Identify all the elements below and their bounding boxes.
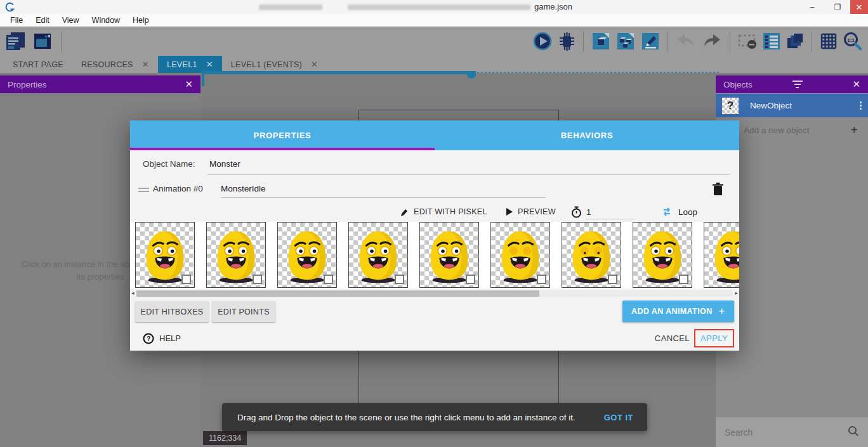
scene-scroll-indicator[interactable] [467,71,476,79]
edit-points-button[interactable]: EDIT POINTS [212,301,275,322]
export-object-icon[interactable] [591,31,611,51]
tab-start-page[interactable]: START PAGE [4,56,72,73]
menu-edit[interactable]: Edit [29,16,56,25]
monster-sprite [704,223,739,287]
edit-scene-properties-icon[interactable] [640,31,661,51]
scene-scroll-line [202,71,471,74]
title-bar: game.json – ❐ ✕ [0,0,868,14]
restore-button[interactable]: ❐ [827,0,848,14]
timer-underline [586,219,635,219]
animation-frame[interactable] [135,222,195,288]
close-tab-icon[interactable]: ✕ [142,60,149,69]
frame-checkbox[interactable] [466,275,475,284]
tab-resources[interactable]: RESOURCES ✕ [72,56,158,73]
got-it-button[interactable]: GOT IT [604,413,647,422]
animation-frame[interactable] [490,222,550,288]
help-icon: ? [143,333,154,344]
search-icon [848,425,859,439]
frames-scrollbar[interactable] [136,290,733,297]
animation-name-input[interactable]: MonsterIdle [221,184,266,193]
timer-value[interactable]: 1 [586,207,591,217]
animation-frame[interactable] [277,222,337,288]
close-panel-icon[interactable]: ✕ [185,79,193,90]
zoom-ratio-label: 1:1 [847,37,855,43]
objects-panel-title: Objects [723,80,753,89]
project-manager-icon[interactable] [4,30,27,52]
mask-disabled-icon[interactable] [737,32,758,50]
help-button[interactable]: ? HELP [143,329,181,347]
filter-icon[interactable] [792,81,803,88]
undo-icon[interactable] [675,32,697,50]
animation-frame[interactable] [419,222,479,288]
menu-view[interactable]: View [56,16,86,25]
close-tab-icon[interactable]: ✕ [311,60,318,69]
close-button[interactable]: ✕ [850,0,868,14]
time-between-frames-field[interactable]: 1 [571,205,591,219]
frame-checkbox[interactable] [181,275,191,284]
instances-list-icon[interactable] [762,32,781,51]
export-objects-icon[interactable] [615,31,636,51]
redo-icon[interactable] [701,32,723,50]
tab-properties[interactable]: PROPERTIES [130,120,435,150]
gdevelop-window: game.json – ❐ ✕ File Edit View Window He… [0,0,868,447]
toolbar-separator [667,31,668,51]
zoom-original-icon[interactable]: 1:1 [843,31,863,51]
play-icon [506,207,513,216]
play-preview-icon[interactable] [532,31,553,51]
frame-checkbox[interactable] [395,275,404,284]
close-tab-icon[interactable]: ✕ [206,60,213,69]
delete-animation-icon[interactable] [713,183,723,198]
loop-toggle[interactable]: Loop [661,205,697,219]
add-animation-button[interactable]: ADD AN ANIMATION + [622,301,734,322]
drag-handle-icon[interactable] [138,188,149,194]
preview-button[interactable]: PREVIEW [506,205,556,219]
toast-message: Drag and Drop the object to the scene or… [222,413,575,422]
active-tab-underline [130,148,435,150]
edit-with-piskel-button[interactable]: EDIT WITH PISKEL [400,205,487,219]
toolbar-separator [812,31,812,51]
menu-window[interactable]: Window [86,16,126,25]
close-panel-icon[interactable]: ✕ [852,79,860,90]
animation-frame[interactable] [704,222,739,288]
search-input[interactable]: Search [725,427,753,437]
object-list-item[interactable]: ? NewObject [716,94,868,117]
menu-file[interactable]: File [4,16,29,25]
tab-level1-events[interactable]: LEVEL1 (EVENTS) ✕ [222,56,327,73]
layers-icon[interactable] [786,32,805,51]
animation-frame[interactable] [348,222,408,288]
add-object-plus-icon[interactable]: + [850,123,858,138]
frame-checkbox[interactable] [679,275,688,284]
menu-help[interactable]: Help [126,16,155,25]
animation-frame[interactable] [206,222,266,288]
tab-level1[interactable]: LEVEL1 ✕ [158,56,222,73]
object-name-input[interactable]: Monster [209,159,240,169]
frame-checkbox[interactable] [324,275,333,284]
cancel-button[interactable]: CANCEL [655,329,690,347]
objects-panel-header: Objects ✕ [716,75,868,93]
object-context-menu-icon[interactable] [860,101,862,110]
frames-scrollbar-thumb[interactable] [136,290,539,297]
pencil-icon [400,207,409,217]
object-name-label: NewObject [750,101,792,110]
object-search-bar[interactable]: Search [716,417,868,447]
object-name-label: Object Name: [143,159,195,169]
edit-hitboxes-button[interactable]: EDIT HITBOXES [135,301,209,322]
minimize-button[interactable]: – [802,0,822,14]
animation-frame[interactable] [633,222,692,288]
title-blurred-segment [259,4,322,10]
tab-behaviors[interactable]: BEHAVIORS [435,120,739,150]
scroll-left-arrow[interactable]: ◂ [131,290,135,296]
frame-checkbox[interactable] [537,275,546,284]
object-thumbnail: ? [722,98,739,114]
debug-icon[interactable] [557,31,576,51]
apply-button[interactable]: APPLY [694,329,734,347]
scene-scroll-dotted-line [477,72,720,73]
window-title: game.json [534,2,572,11]
scroll-right-arrow[interactable]: ▸ [735,290,738,296]
frame-checkbox[interactable] [608,275,617,284]
animation-frames [130,222,739,288]
grid-icon[interactable] [819,32,838,51]
animation-frame[interactable] [562,222,621,288]
frame-checkbox[interactable] [253,275,262,284]
start-page-icon[interactable] [32,30,53,52]
